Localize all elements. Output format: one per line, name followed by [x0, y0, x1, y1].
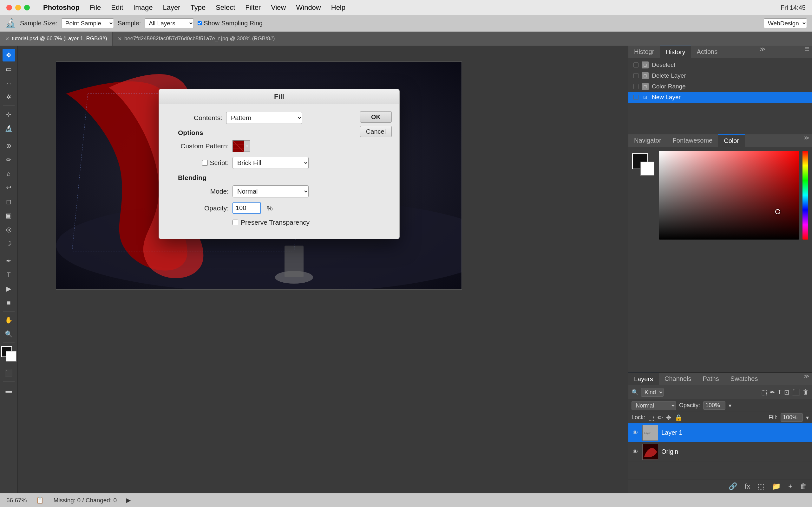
menu-image[interactable]: Image — [133, 3, 153, 12]
type-tool[interactable]: T — [3, 268, 15, 281]
history-brush-tool[interactable]: ↩ — [3, 181, 15, 194]
eyedropper-tool-icon[interactable]: 🔬 — [5, 18, 16, 29]
opacity-input[interactable] — [703, 401, 725, 410]
kind-select[interactable]: Kind — [641, 388, 664, 397]
pen-tool[interactable]: ✒ — [3, 255, 15, 267]
panel-tab-actions[interactable]: Actions — [691, 46, 723, 58]
add-mask-btn[interactable]: ⬚ — [756, 481, 766, 492]
fill-preserve-checkbox[interactable] — [233, 220, 238, 225]
menu-select[interactable]: Select — [216, 3, 235, 12]
menu-edit[interactable]: Edit — [111, 3, 123, 12]
panel-tab-fontawesome[interactable]: Fontawesome — [667, 134, 718, 147]
tab-bee[interactable]: ✕ bee7fd245982fac057d76d0cb5f51a7e_r.jpg… — [113, 32, 281, 46]
move-tool[interactable]: ✥ — [3, 49, 15, 61]
lock-image-icon[interactable]: ✏ — [658, 414, 663, 421]
marquee-tool[interactable]: ▭ — [3, 63, 15, 75]
history-panel-collapse[interactable]: ≫ — [757, 46, 768, 58]
blur-tool[interactable]: ◎ — [3, 223, 15, 236]
show-sampling-ring-checkbox[interactable] — [198, 21, 202, 25]
lock-position-icon[interactable]: ✥ — [666, 414, 671, 421]
fill-input[interactable] — [780, 413, 803, 422]
panel-tab-navigator[interactable]: Navigator — [628, 134, 667, 147]
panel-tab-paths[interactable]: Paths — [697, 373, 725, 385]
eyedropper-tool[interactable]: 🔬 — [3, 122, 15, 135]
play-button[interactable]: ▶ — [126, 497, 131, 504]
close-button[interactable] — [6, 5, 12, 10]
fill-opacity-input[interactable] — [233, 203, 261, 214]
layer-filter-icon-6[interactable]: 🗑 — [803, 389, 809, 396]
opacity-arrow[interactable]: ▾ — [728, 402, 731, 409]
panel-tab-layers[interactable]: Layers — [628, 373, 659, 385]
path-select-tool[interactable]: ▶ — [3, 282, 15, 295]
menu-type[interactable]: Type — [190, 3, 206, 12]
layer-filter-icon-5[interactable]: ⬛ — [792, 389, 800, 396]
clone-tool[interactable]: ⌂ — [3, 167, 15, 180]
layer-fx-btn[interactable]: fx — [743, 481, 752, 492]
pattern-dropdown-arrow[interactable]: ▼ — [244, 140, 250, 152]
fill-ok-button[interactable]: OK — [360, 111, 392, 123]
new-group-btn[interactable]: 📁 — [770, 481, 782, 492]
menu-file[interactable]: File — [90, 3, 101, 12]
lasso-tool[interactable]: ⌓ — [3, 77, 15, 89]
tab-close-2[interactable]: ✕ — [118, 36, 122, 42]
color-gradient-box[interactable] — [659, 151, 799, 239]
maximize-button[interactable] — [24, 5, 30, 10]
layer-row-origin[interactable]: 👁 Origin — [628, 442, 812, 461]
history-item-delete-layer[interactable]: ⊡ Delete Layer — [628, 70, 812, 81]
show-sampling-ring-label[interactable]: Show Sampling Ring — [198, 20, 263, 27]
menu-window[interactable]: Window — [296, 3, 321, 12]
webdesign-select[interactable]: WebDesign — [764, 18, 807, 28]
hue-slider[interactable] — [803, 151, 808, 239]
layer-filter-icon-1[interactable]: ⬚ — [761, 389, 767, 396]
eraser-tool[interactable]: ◻ — [3, 195, 15, 208]
tab-tutorial[interactable]: ✕ tutorial.psd @ 66.7% (Layer 1, RGB/8#) — [0, 32, 113, 46]
history-item-deselect[interactable]: ⊡ Deselect — [628, 60, 812, 70]
lock-transparent-icon[interactable]: ⬚ — [648, 414, 654, 421]
panel-tab-swatches[interactable]: Swatches — [725, 373, 764, 385]
dodge-tool[interactable]: ☽ — [3, 237, 15, 250]
panel-tab-color[interactable]: Color — [718, 134, 745, 147]
brush-tool[interactable]: ✏ — [3, 153, 15, 166]
sample-size-select[interactable]: Point Sample 3 by 3 Average 5 by 5 Avera… — [61, 18, 114, 28]
history-item-color-range[interactable]: ⊡ Color Range — [628, 81, 812, 92]
fill-mode-select[interactable]: Normal Dissolve Multiply Screen Overlay — [233, 185, 309, 198]
fill-script-select[interactable]: Brick Fill Cross Weave Place Along Path … — [233, 157, 309, 169]
layer-row-layer1[interactable]: 👁 Layer Layer 1 — [628, 424, 812, 442]
shape-tool[interactable]: ■ — [3, 296, 15, 309]
panel-tab-history[interactable]: History — [660, 46, 691, 58]
history-item-new-layer[interactable]: ⊡ New Layer — [628, 92, 812, 103]
fill-script-checkbox[interactable] — [202, 160, 208, 166]
menu-help[interactable]: Help — [331, 3, 345, 12]
color-picker[interactable] — [1, 346, 16, 361]
zoom-tool[interactable]: 🔍 — [3, 328, 15, 340]
panel-tab-channels[interactable]: Channels — [659, 373, 697, 385]
quick-mask-tool[interactable]: ⬛ — [3, 367, 15, 379]
fill-arrow[interactable]: ▾ — [806, 414, 809, 421]
background-color-swatch[interactable] — [641, 162, 654, 176]
delete-layer-btn[interactable]: 🗑 — [798, 481, 809, 492]
tab-close-1[interactable]: ✕ — [5, 36, 9, 42]
color-panel-collapse[interactable]: ≫ — [801, 134, 812, 147]
history-panel-menu[interactable]: ☰ — [802, 46, 812, 58]
layer-filter-icon-3[interactable]: T — [778, 389, 781, 396]
menu-view[interactable]: View — [271, 3, 286, 12]
minimize-button[interactable] — [15, 5, 21, 10]
fill-cancel-button[interactable]: Cancel — [360, 126, 392, 137]
origin-visibility-icon[interactable]: 👁 — [631, 448, 639, 456]
hand-tool[interactable]: ✋ — [3, 314, 15, 326]
pattern-swatch[interactable] — [233, 140, 244, 152]
magic-wand-tool[interactable]: ✲ — [3, 91, 15, 103]
menu-layer[interactable]: Layer — [163, 3, 180, 12]
layer-filter-icon-4[interactable]: ⊡ — [784, 389, 790, 396]
heal-tool[interactable]: ⊕ — [3, 139, 15, 152]
fill-preserve-label[interactable]: Preserve Transparency — [233, 219, 310, 226]
fill-contents-select[interactable]: Pattern Foreground Color Background Colo… — [226, 112, 302, 124]
panel-tab-histogr[interactable]: Histogr — [628, 46, 660, 58]
crop-tool[interactable]: ⊹ — [3, 108, 15, 121]
layer-filter-icon-2[interactable]: ✒ — [770, 389, 775, 396]
blend-mode-select[interactable]: Normal Multiply Screen — [631, 401, 676, 410]
sample-select[interactable]: All Layers Current Layer — [145, 18, 194, 28]
screen-mode-btn[interactable]: ▬ — [3, 384, 15, 397]
layers-panel-collapse[interactable]: ≫ — [801, 373, 812, 385]
lock-all-icon[interactable]: 🔒 — [675, 414, 682, 421]
